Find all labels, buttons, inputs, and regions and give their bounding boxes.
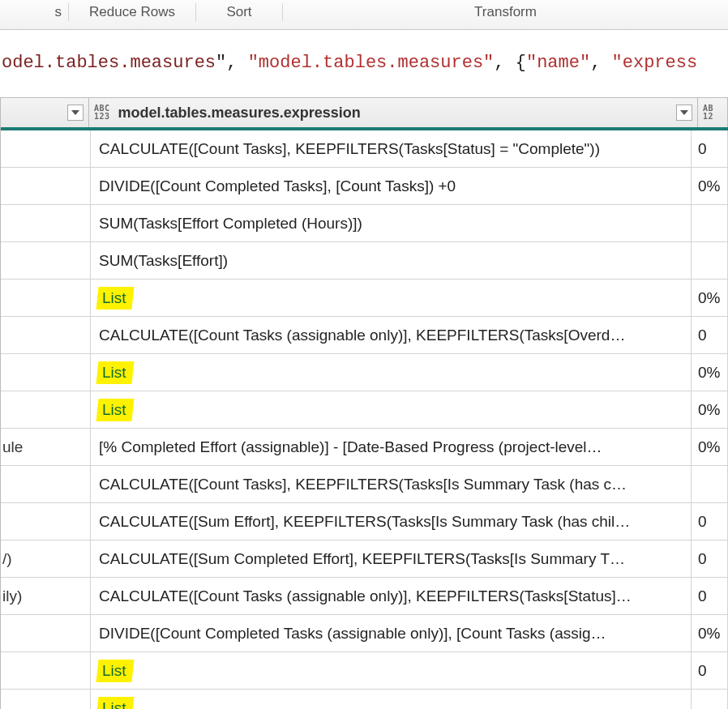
cell-expression[interactable]: DIVIDE([Count Completed Tasks], [Count T…: [91, 168, 692, 204]
formula-list-q1a: ": [526, 53, 537, 73]
svg-marker-0: [71, 110, 79, 115]
formula-string-close: ": [483, 53, 494, 73]
table-row[interactable]: CALCULATE([Count Tasks (assignable only)…: [1, 317, 728, 354]
cell-expression[interactable]: [% Completed Effort (assignable)] - [Dat…: [91, 429, 692, 465]
cell-right[interactable]: 0%: [692, 168, 728, 204]
cell-expression[interactable]: CALCULATE([Sum Completed Effort], KEEPFI…: [91, 540, 692, 577]
formula-ident: odel.tables.measures: [2, 53, 216, 73]
cell-left[interactable]: [1, 280, 91, 316]
table-row[interactable]: List0%: [1, 354, 728, 391]
table-row[interactable]: CALCULATE([Count Tasks], KEEPFILTERS(Tas…: [1, 466, 728, 503]
table-row[interactable]: DIVIDE([Count Completed Tasks], [Count T…: [1, 168, 728, 205]
list-link-text: List: [102, 401, 126, 418]
column-header-right[interactable]: AB 12: [698, 98, 728, 127]
list-link[interactable]: List: [99, 288, 131, 308]
ribbon: s Reduce Rows Sort Transform: [0, 0, 728, 30]
cell-right[interactable]: 0%: [692, 280, 728, 316]
cell-left[interactable]: [1, 503, 91, 540]
list-link[interactable]: List: [99, 363, 131, 382]
cell-expression[interactable]: List: [91, 690, 692, 709]
cell-right[interactable]: 0%: [692, 429, 728, 465]
cell-expression[interactable]: CALCULATE([Count Tasks (assignable only)…: [91, 317, 692, 353]
cell-expression[interactable]: CALCULATE([Count Tasks (assignable only)…: [91, 578, 692, 614]
cell-left[interactable]: [1, 130, 91, 167]
table-row[interactable]: List: [1, 690, 728, 709]
cell-left[interactable]: [1, 317, 91, 353]
cell-expression[interactable]: CALCULATE([Count Tasks], KEEPFILTERS(Tas…: [91, 466, 692, 502]
cell-left[interactable]: [1, 615, 91, 651]
cell-left[interactable]: [1, 242, 91, 279]
table-row[interactable]: ule[% Completed Effort (assignable)] - […: [1, 429, 728, 466]
chevron-down-icon: [680, 110, 688, 115]
cell-right[interactable]: [692, 242, 728, 279]
table-row[interactable]: List0%: [1, 391, 728, 429]
cell-expression[interactable]: CALCULATE([Sum Effort], KEEPFILTERS(Task…: [91, 503, 692, 540]
formula-string-open: ": [248, 53, 259, 73]
list-link-text: List: [102, 699, 126, 710]
cell-left[interactable]: [1, 205, 91, 241]
table-row[interactable]: SUM(Tasks[Effort Completed (Hours)]): [1, 205, 728, 242]
cell-right[interactable]: 0: [692, 652, 728, 689]
cell-left[interactable]: [1, 391, 91, 428]
column-header-left[interactable]: [1, 98, 89, 127]
column-left-filter-button[interactable]: [67, 105, 84, 121]
cell-right[interactable]: 0: [692, 503, 728, 540]
table-row[interactable]: CALCULATE([Count Tasks], KEEPFILTERS(Tas…: [1, 130, 728, 168]
cell-right[interactable]: [692, 205, 728, 241]
column-header-expression-label: model.tables.measures.expression: [115, 105, 676, 122]
table-row[interactable]: /)CALCULATE([Sum Completed Effort], KEEP…: [1, 540, 728, 578]
column-header-expression[interactable]: ABC 123 model.tables.measures.expression: [89, 98, 698, 127]
cell-right[interactable]: [692, 690, 728, 709]
cell-left[interactable]: /): [1, 540, 91, 577]
cell-left[interactable]: ily): [1, 578, 91, 614]
cell-right[interactable]: 0%: [692, 615, 728, 651]
list-link[interactable]: List: [99, 661, 131, 681]
cell-expression[interactable]: SUM(Tasks[Effort Completed (Hours)]): [91, 205, 692, 241]
table-row[interactable]: List0: [1, 652, 728, 690]
data-grid[interactable]: ABC 123 model.tables.measures.expression…: [0, 97, 728, 709]
cell-left[interactable]: [1, 466, 91, 502]
table-row[interactable]: List0%: [1, 280, 728, 317]
cell-left[interactable]: ule: [1, 429, 91, 465]
cell-left[interactable]: [1, 690, 91, 709]
cell-right[interactable]: 0: [692, 130, 728, 167]
ribbon-group-transform-label: Transform: [474, 4, 537, 20]
formula-comma-1: ,: [226, 53, 247, 73]
table-row[interactable]: DIVIDE([Count Completed Tasks (assignabl…: [1, 615, 728, 652]
ribbon-group-sort-label: Sort: [226, 4, 251, 20]
table-row[interactable]: ily)CALCULATE([Count Tasks (assignable o…: [1, 578, 728, 615]
formula-list-q2a: ": [612, 53, 623, 73]
cell-right[interactable]: 0: [692, 540, 728, 577]
formula-bar[interactable]: odel.tables.measures", "model.tables.mea…: [0, 53, 728, 73]
ribbon-group-reduce: Reduce Rows: [69, 3, 196, 21]
cell-right[interactable]: [692, 466, 728, 502]
chevron-down-icon: [71, 110, 79, 115]
table-row[interactable]: SUM(Tasks[Effort]): [1, 242, 728, 280]
cell-left[interactable]: [1, 652, 91, 689]
cell-expression[interactable]: CALCULATE([Count Tasks], KEEPFILTERS(Tas…: [91, 130, 692, 167]
cell-expression[interactable]: List: [91, 354, 692, 391]
table-row[interactable]: CALCULATE([Sum Effort], KEEPFILTERS(Task…: [1, 503, 728, 540]
cell-right[interactable]: 0: [692, 578, 728, 614]
cell-left[interactable]: [1, 354, 91, 391]
column-type-any-icon: ABC 123: [94, 105, 110, 121]
cell-expression[interactable]: List: [91, 391, 692, 428]
cell-left[interactable]: [1, 168, 91, 204]
list-link-text: List: [102, 662, 126, 679]
cell-expression[interactable]: List: [91, 652, 692, 689]
list-link[interactable]: List: [99, 698, 131, 710]
list-link[interactable]: List: [99, 400, 131, 420]
formula-list-q1b: ": [580, 53, 590, 73]
ribbon-group-sort: Sort: [196, 3, 283, 21]
svg-marker-1: [680, 110, 688, 115]
cell-expression[interactable]: List: [91, 280, 692, 316]
cell-right[interactable]: 0%: [692, 391, 728, 428]
type-123-text: 123: [94, 113, 110, 121]
cell-right[interactable]: 0: [692, 317, 728, 353]
cell-expression[interactable]: SUM(Tasks[Effort]): [91, 242, 692, 279]
list-link-text: List: [102, 289, 126, 306]
cell-right[interactable]: 0%: [692, 354, 728, 391]
cell-expression[interactable]: DIVIDE([Count Completed Tasks (assignabl…: [91, 615, 692, 651]
column-expr-filter-button[interactable]: [676, 105, 692, 121]
formula-comma-3: ,: [590, 53, 611, 73]
